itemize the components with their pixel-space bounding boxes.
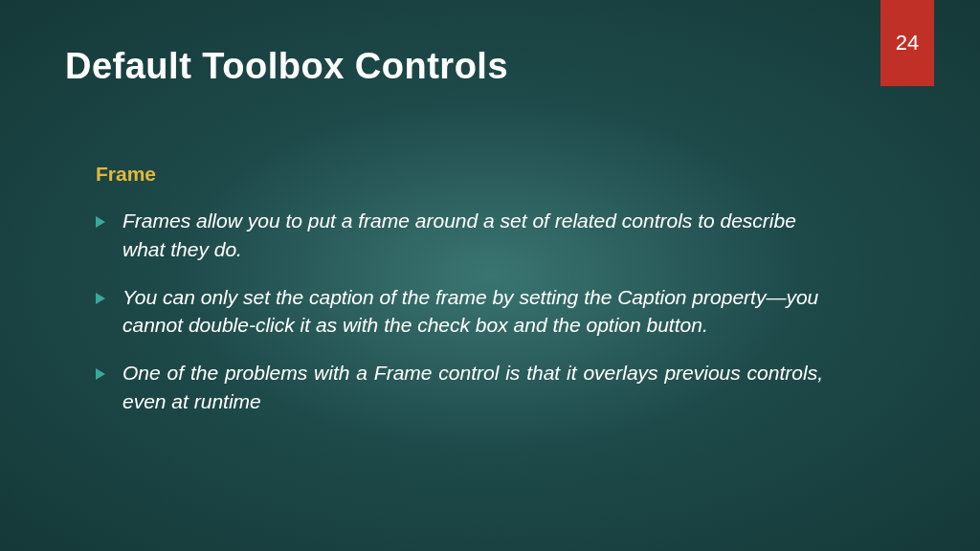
bullet-item: You can only set the caption of the fram… bbox=[96, 283, 823, 341]
page-number: 24 bbox=[896, 31, 919, 55]
bullet-text: Frames allow you to put a frame around a… bbox=[122, 207, 823, 264]
slide-subheading: Frame bbox=[96, 163, 823, 186]
triangle-bullet-icon bbox=[96, 368, 105, 380]
bullet-item: One of the problems with a Frame control… bbox=[96, 359, 823, 416]
bullet-item: Frames allow you to put a frame around a… bbox=[96, 207, 823, 264]
page-number-ribbon: 24 bbox=[880, 0, 934, 86]
slide-title: Default Toolbox Controls bbox=[65, 46, 508, 87]
triangle-bullet-icon bbox=[96, 216, 105, 228]
bullet-text: You can only set the caption of the fram… bbox=[122, 283, 823, 341]
bullet-list: Frames allow you to put a frame around a… bbox=[96, 207, 823, 416]
triangle-bullet-icon bbox=[96, 293, 105, 304]
bullet-text: One of the problems with a Frame control… bbox=[122, 359, 823, 416]
slide-content: Frame Frames allow you to put a frame ar… bbox=[96, 163, 823, 435]
